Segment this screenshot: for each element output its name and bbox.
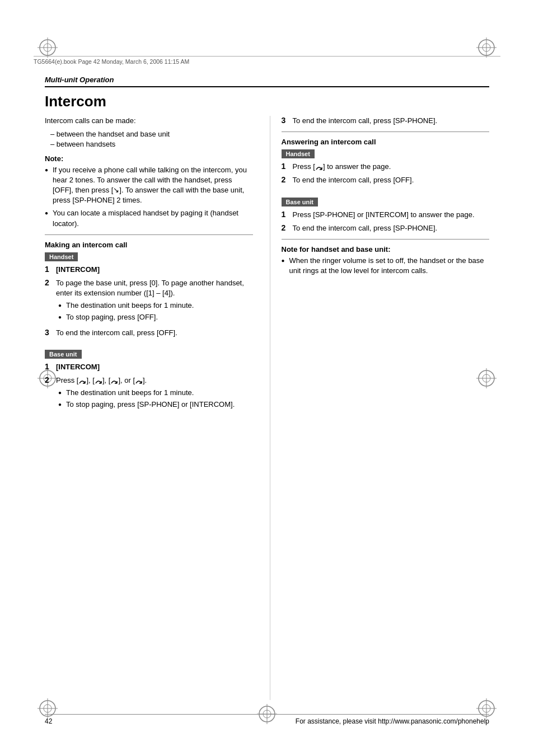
step-base-1-content: [INTERCOM] <box>56 363 100 371</box>
step-base-ans-2: 2 To end the intercom call, press [SP-PH… <box>282 223 490 233</box>
handset-badge-left: Handset <box>45 252 78 261</box>
step-base-ans-1: 1 Press [SP-PHONE] or [INTERCOM] to answ… <box>282 210 490 220</box>
footer-assistance: For assistance, please visit http://www.… <box>296 717 489 725</box>
corner-mark-tr <box>475 36 498 59</box>
corner-mark-tl <box>36 36 59 59</box>
step-ans-2-content: To end the intercom call, press [OFF]. <box>293 176 414 184</box>
base-badge-right: Base unit <box>282 198 318 206</box>
dash-item-2: between handsets <box>50 139 253 149</box>
step-base-2: 2 Press [], [], [], or []. The destinati… <box>45 375 253 412</box>
note-bullet-2: You can locate a misplaced handset by pa… <box>45 208 253 228</box>
col-right: 3 To end the intercom call, press [SP-PH… <box>270 116 490 700</box>
note-label: Note: <box>45 154 253 163</box>
base-badge-left: Base unit <box>45 350 82 359</box>
step-base-ans-1-content: Press [SP-PHONE] or [INTERCOM] to answer… <box>293 210 475 219</box>
step-hs-3-content: To end the intercom call, press [OFF]. <box>56 328 177 337</box>
intro-line1: Intercom calls can be made: <box>45 116 253 126</box>
dash-item-1: between the handset and base unit <box>50 129 253 139</box>
section-title: Multi-unit Operation <box>45 76 489 84</box>
divider-r-1 <box>282 132 490 132</box>
note-hb-label: Note for handset and base unit: <box>282 245 490 253</box>
step-hs-1: 1 [INTERCOM] <box>45 265 253 275</box>
step-r-3-content: To end the intercom call, press [SP-PHON… <box>293 116 438 125</box>
step-hs-3: 3 To end the intercom call, press [OFF]. <box>45 328 253 338</box>
making-call-heading: Making an intercom call <box>45 241 253 249</box>
footer: 42 For assistance, please visit http://w… <box>45 714 489 725</box>
step-ans-2: 2 To end the intercom call, press [OFF]. <box>282 175 490 185</box>
step-hs-2-bullets: The destination unit beeps for 1 minute.… <box>58 300 253 322</box>
divider-1 <box>45 234 253 235</box>
step-base-2-bullets: The destination unit beeps for 1 minute.… <box>58 388 235 410</box>
col-left: Intercom calls can be made: between the … <box>45 116 253 700</box>
header-strip: TG5664(e).book Page 42 Monday, March 6, … <box>34 56 500 65</box>
step-hs-2-main: To page the base unit, press [0]. To pag… <box>56 279 244 297</box>
step-base-2-sub1: The destination unit beeps for 1 minute. <box>58 388 235 398</box>
note-bullet-1: If you receive a phone call while talkin… <box>45 165 253 206</box>
step-r-3: 3 To end the intercom call, press [SP-PH… <box>282 116 490 126</box>
note-hb-bullets: When the ringer volume is set to off, th… <box>282 256 490 276</box>
step-hs-1-content: [INTERCOM] <box>56 265 100 274</box>
step-ans-1: 1 Press [] to answer the page. <box>282 162 490 172</box>
answering-heading: Answering an intercom call <box>282 138 490 146</box>
section-rule <box>45 86 489 87</box>
note-bullets: If you receive a phone call while talkin… <box>45 165 253 229</box>
step-hs-2: 2 To page the base unit, press [0]. To p… <box>45 278 253 325</box>
divider-r-2 <box>282 239 490 240</box>
two-col-layout: Intercom calls can be made: between the … <box>45 116 489 700</box>
dash-list: between the handset and base unit betwee… <box>50 129 253 149</box>
footer-page-num: 42 <box>45 717 52 725</box>
file-info: TG5664(e).book Page 42 Monday, March 6, … <box>34 58 189 65</box>
step-base-2-sub2: To stop paging, press [SP-PHONE] or [INT… <box>58 400 235 410</box>
step-ans-1-content: Press [] to answer the page. <box>293 162 391 171</box>
main-content: Multi-unit Operation Intercom Intercom c… <box>45 76 489 700</box>
note-hb-bullet: When the ringer volume is set to off, th… <box>282 256 490 276</box>
step-base-1: 1 [INTERCOM] <box>45 362 253 372</box>
step-hs-2-sub1: The destination unit beeps for 1 minute. <box>58 300 253 311</box>
step-base-2-main: Press [], [], [], or []. <box>56 376 147 384</box>
handset-badge-right: Handset <box>282 149 315 158</box>
step-hs-2-sub2: To stop paging, press [OFF]. <box>58 312 253 322</box>
step-base-ans-2-content: To end the intercom call, press [SP-PHON… <box>293 224 438 232</box>
page-title: Intercom <box>45 93 489 110</box>
